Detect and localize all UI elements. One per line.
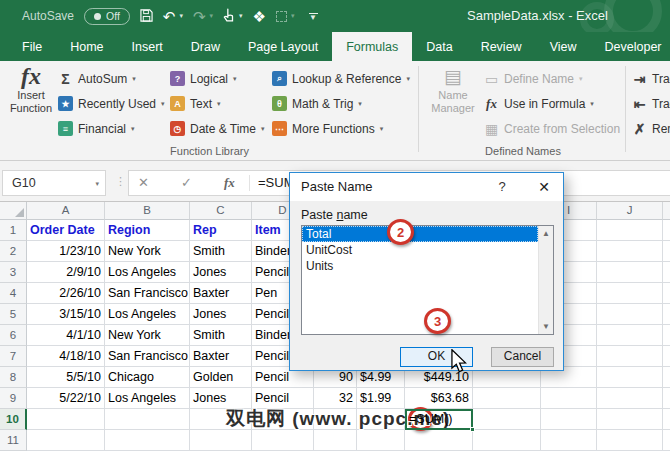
cell-partial11[interactable]	[663, 430, 670, 451]
cell-C7[interactable]: Baxter	[190, 346, 252, 367]
save-icon[interactable]	[140, 9, 153, 24]
cell-partial7[interactable]	[663, 346, 670, 367]
cell-B10[interactable]	[105, 409, 190, 430]
cell-C11[interactable]	[190, 430, 252, 451]
cell-J1[interactable]	[597, 220, 663, 241]
enter-formula-icon[interactable]: ✓	[181, 171, 192, 195]
cancel-button[interactable]: Cancel	[491, 347, 554, 367]
cell-A2[interactable]: 1/23/10	[27, 241, 105, 262]
tab-insert[interactable]: Insert	[118, 32, 177, 61]
cell-A1[interactable]: Order Date	[27, 220, 105, 241]
cell-J5[interactable]	[597, 304, 663, 325]
cell-I10[interactable]	[541, 409, 597, 430]
undo-button[interactable]: ↶	[163, 9, 176, 24]
autosum-button[interactable]: ΣAutoSum▾	[58, 66, 165, 91]
dialog-help-button[interactable]: ?	[488, 173, 516, 201]
cell-E11[interactable]	[314, 430, 357, 451]
financial-button[interactable]: ≡Financial▾	[58, 116, 165, 141]
create-from-selection-button[interactable]: ▦Create from Selection	[484, 116, 620, 141]
cell-B3[interactable]: Los Angeles	[105, 262, 190, 283]
cell-A10[interactable]	[27, 409, 105, 430]
tab-formulas[interactable]: Formulas	[332, 32, 412, 61]
column-header-C[interactable]: C	[190, 202, 252, 220]
formula-bar-grip-icon[interactable]: ⋮	[115, 175, 126, 188]
cell-B2[interactable]: New York	[105, 241, 190, 262]
cell-partial9[interactable]	[663, 388, 670, 409]
tab-developer[interactable]: Developer	[591, 32, 670, 61]
cell-partial5[interactable]	[663, 304, 670, 325]
scroll-down-icon[interactable]: ▼	[539, 322, 553, 331]
redo-button[interactable]: ↷	[193, 9, 206, 24]
cell-J7[interactable]	[597, 346, 663, 367]
cell-B1[interactable]: Region	[105, 220, 190, 241]
cell-partial2[interactable]	[663, 241, 670, 262]
cell-C2[interactable]: Smith	[190, 241, 252, 262]
cell-A9[interactable]: 5/22/10	[27, 388, 105, 409]
listbox-scrollbar[interactable]: ▲ ▼	[538, 226, 553, 334]
marquee-select-icon[interactable]	[276, 9, 287, 24]
column-header-J[interactable]: J	[597, 202, 663, 220]
tab-page-layout[interactable]: Page Layout	[234, 32, 332, 61]
column-header-A[interactable]: A	[27, 202, 105, 220]
cell-J8[interactable]	[597, 367, 663, 388]
cell-C3[interactable]: Jones	[190, 262, 252, 283]
cell-B8[interactable]: Chicago	[105, 367, 190, 388]
recently-used-button[interactable]: ★Recently Used▾	[58, 91, 165, 116]
cell-A7[interactable]: 4/18/10	[27, 346, 105, 367]
cell-J3[interactable]	[597, 262, 663, 283]
cell-A8[interactable]: 5/5/10	[27, 367, 105, 388]
row-header-10[interactable]: 10	[0, 409, 27, 430]
paste-name-option-units[interactable]: Units	[302, 258, 538, 274]
lookup-reference-button[interactable]: ⌕Lookup & Reference▾	[272, 66, 410, 91]
row-header-11[interactable]: 11	[0, 430, 27, 451]
cell-J10[interactable]	[597, 409, 663, 430]
use-in-formula-button[interactable]: fxUse in Formula▾	[484, 91, 620, 116]
tab-file[interactable]: File	[8, 32, 56, 61]
cell-G11[interactable]	[405, 430, 473, 451]
row-header-4[interactable]: 4	[0, 283, 27, 304]
cell-D11[interactable]	[252, 430, 314, 451]
autosave-toggle[interactable]: Off	[84, 8, 130, 25]
cell-J11[interactable]	[597, 430, 663, 451]
redo-dropdown-icon[interactable]: ▾	[210, 12, 214, 20]
row-header-2[interactable]: 2	[0, 241, 27, 262]
column-header-partial[interactable]	[663, 202, 670, 220]
cell-partial4[interactable]	[663, 283, 670, 304]
paste-name-option-total[interactable]: Total	[302, 226, 538, 242]
math-trig-button[interactable]: θMath & Trig▾	[272, 91, 410, 116]
cell-I11[interactable]	[541, 430, 597, 451]
cell-partial3[interactable]	[663, 262, 670, 283]
name-box[interactable]: G10 ▾	[2, 170, 106, 196]
cell-C6[interactable]: Smith	[190, 325, 252, 346]
tab-data[interactable]: Data	[412, 32, 466, 61]
cell-partial10[interactable]	[663, 409, 670, 430]
cell-J2[interactable]	[597, 241, 663, 262]
cell-partial8[interactable]	[663, 367, 670, 388]
cell-B9[interactable]: Los Angeles	[105, 388, 190, 409]
tab-draw[interactable]: Draw	[177, 32, 234, 61]
trace-precedents-button[interactable]: ⇥Trace Precedents	[632, 66, 670, 91]
row-header-8[interactable]: 8	[0, 367, 27, 388]
cell-C8[interactable]: Golden	[190, 367, 252, 388]
column-header-B[interactable]: B	[105, 202, 190, 220]
cell-B4[interactable]: San Francisco	[105, 283, 190, 304]
custom-macro-icon[interactable]: ❖	[253, 9, 266, 24]
row-header-5[interactable]: 5	[0, 304, 27, 325]
dialog-close-button[interactable]: ✕	[528, 173, 560, 201]
cell-B5[interactable]: Los Angeles	[105, 304, 190, 325]
cell-F11[interactable]	[357, 430, 405, 451]
tab-review[interactable]: Review	[467, 32, 536, 61]
cell-A5[interactable]: 3/15/10	[27, 304, 105, 325]
customize-qat-button[interactable]: ▼	[309, 13, 318, 20]
tab-home[interactable]: Home	[56, 32, 117, 61]
tab-view[interactable]: View	[536, 32, 591, 61]
cell-J4[interactable]	[597, 283, 663, 304]
cell-H11[interactable]	[473, 430, 541, 451]
cell-C5[interactable]: Jones	[190, 304, 252, 325]
cell-J6[interactable]	[597, 325, 663, 346]
marquee-dropdown-icon[interactable]: ▾	[291, 12, 295, 20]
touch-mode-dropdown-icon[interactable]: ▾	[239, 12, 243, 20]
undo-dropdown-icon[interactable]: ▾	[179, 12, 183, 20]
cell-C4[interactable]: Baxter	[190, 283, 252, 304]
scroll-up-icon[interactable]: ▲	[539, 229, 553, 238]
